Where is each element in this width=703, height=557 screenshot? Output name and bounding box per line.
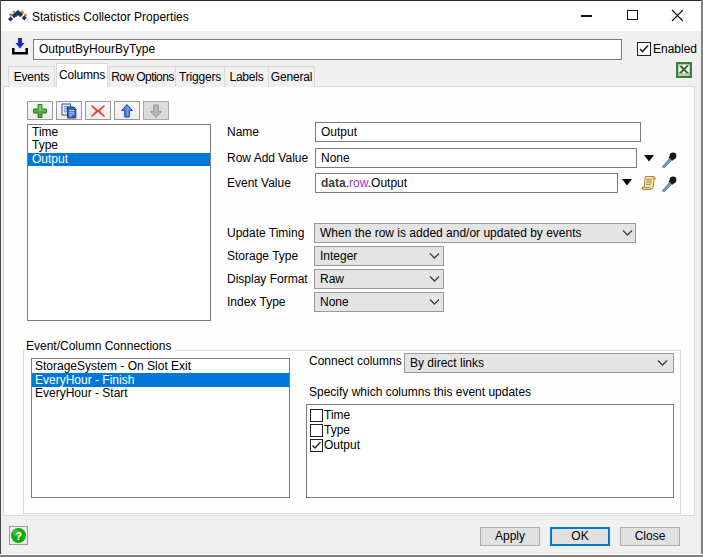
- svg-text:?: ?: [15, 530, 22, 542]
